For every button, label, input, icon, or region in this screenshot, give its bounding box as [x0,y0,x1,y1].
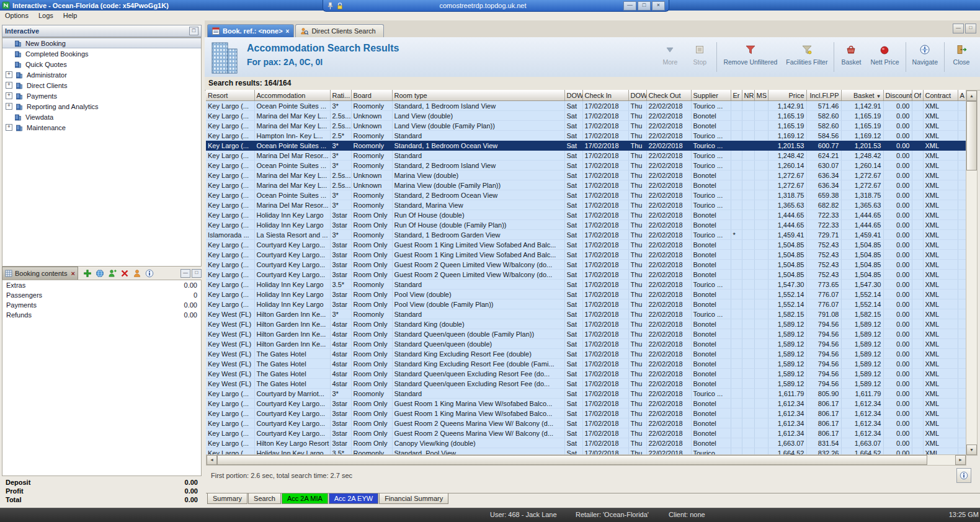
table-row[interactable]: Key Largo (...Holiday Inn Key Largo3star… [206,299,966,309]
expand-plus-icon[interactable]: + [6,92,12,99]
sidebar-item-reporting-and-analytics[interactable]: +Reporting and Analytics [2,101,201,112]
expand-plus-icon[interactable]: + [6,103,12,110]
sidebar-item-quick-quotes[interactable]: Quick Quotes [2,59,201,69]
sidebar-item-maintenance[interactable]: +Maintenance [2,122,201,133]
document-restore-button[interactable]: □ [965,24,976,33]
vertical-scrollbar[interactable]: ▲ ▼ [966,90,978,456]
rdp-restore-button[interactable]: □ [638,1,651,11]
column-header-dow[interactable]: DOW [564,90,582,101]
table-row[interactable]: Key Largo (...Marina Del Mar Resor...3*R… [206,151,966,161]
table-row[interactable]: Key West (FL)The Gates Hotel4starRoom On… [206,359,966,369]
sidebar-item-direct-clients[interactable]: +Direct Clients [2,80,201,91]
column-header-basket[interactable]: Basket▼ [841,90,883,101]
expand-plus-icon[interactable]: + [6,124,12,131]
column-header-contract[interactable]: Contract [923,90,958,101]
tab-direct-clients-search[interactable]: Direct Clients Search [295,24,383,37]
column-header-accommodation[interactable]: Accommodation [254,90,330,101]
booking-contents-minimize-button[interactable]: — [180,269,190,278]
column-header-check-out[interactable]: Check Out [646,90,691,101]
table-row[interactable]: Key Largo (...Marina del Mar Key L...2.5… [206,111,966,121]
table-row[interactable]: Key Largo (...Courtyard Key Largo...3sta… [206,250,966,260]
menu-help[interactable]: Help [58,12,82,19]
table-row[interactable]: Key Largo (...Holiday Inn Key Largo3star… [206,210,966,220]
info-button[interactable] [956,468,971,483]
table-row[interactable]: Key West (FL)Hilton Garden Inn Ke...4sta… [206,339,966,349]
column-header-dow[interactable]: DOW [628,90,646,101]
column-header-a[interactable]: A [958,90,966,101]
table-row[interactable]: Key Largo (...Ocean Pointe Suites ...3*R… [206,190,966,200]
column-header-er[interactable]: Er [731,90,742,101]
sidebar-item-payments[interactable]: +Payments [2,91,201,101]
table-row[interactable]: Key West (FL)Hilton Garden Inn Ke...4sta… [206,329,966,339]
column-header-ms[interactable]: MS [754,90,768,101]
table-row[interactable]: Key Largo (...Courtyard Key Largo...3sta… [206,260,966,270]
bottom-tab-acc-2a-mia[interactable]: Acc 2A MIA [282,493,328,504]
column-header-discount[interactable]: Discount [883,90,912,101]
table-row[interactable]: Key Largo (...Holiday Inn Key Largo3star… [206,220,966,230]
toolbar-nett-price-button[interactable]: Nett Price [866,40,903,74]
table-row[interactable]: Key Largo (...Ocean Pointe Suites ...3*R… [206,141,966,151]
table-row[interactable]: Key Largo (...Courtyard Key Largo...3sta… [206,399,966,409]
table-row[interactable]: Key Largo (...Courtyard Key Largo...3sta… [206,428,966,438]
booking-contents-tab[interactable]: Booking contents × [2,267,78,280]
toolbar-facilities-filter-button[interactable]: Facilities Filter [782,40,832,74]
booking-contents-float-button[interactable]: □ [192,269,202,278]
table-row[interactable]: Key Largo (...Courtyard Key Largo...3sta… [206,240,966,250]
sidebar-item-administrator[interactable]: +Administrator [2,69,201,80]
column-header-resort[interactable]: Resort [206,90,254,101]
delete-button[interactable] [119,268,130,278]
rdp-close-button[interactable]: × [652,1,665,11]
table-row[interactable]: Key Largo (...Holiday Inn Key Largo3star… [206,290,966,299]
bottom-tab-search[interactable]: Search [248,493,281,504]
info-button[interactable] [144,268,155,278]
sidebar-item-new-booking[interactable]: New Booking [2,38,201,48]
table-row[interactable]: Key Largo (...Marina del Mar Key L...2.5… [206,180,966,190]
horizontal-scroll-thumb[interactable] [217,455,927,465]
column-header-rati[interactable]: Rati... [330,90,351,101]
table-row[interactable]: Key West (FL)Hilton Garden Inn Ke...3*Ro… [206,309,966,319]
table-row[interactable]: Islamorada ...La Siesta Resort and ...3*… [206,230,966,240]
toolbar-navigate-button[interactable]: Navigate [908,40,942,74]
table-row[interactable]: Key Largo (...Courtyard Key Largo...3sta… [206,409,966,418]
table-row[interactable]: Key Largo (...Marina del Mar Key L...2.5… [206,121,966,131]
booking-contents-row-payments[interactable]: Payments0.00 [2,300,201,310]
tab-close-icon[interactable]: × [286,28,290,35]
sidebar-collapse-button[interactable]: □ [189,27,198,35]
column-header-nr[interactable]: NR [742,90,754,101]
table-row[interactable]: Key Largo (...Marina del Mar Key L...2.5… [206,170,966,180]
column-header-incl-fl-pp[interactable]: Incl.Fl.PP [806,90,841,101]
table-row[interactable]: Key Largo (...Ocean Pointe Suites ...3*R… [206,161,966,170]
scroll-up-button[interactable]: ▲ [966,91,977,101]
column-header-room-type[interactable]: Room type [392,90,564,101]
passenger-button[interactable] [131,268,143,278]
table-row[interactable]: Key Largo (...Hampton Inn- Key L...2.5*R… [206,131,966,141]
toolbar-remove-unfiltered-button[interactable]: Remove Unfiltered [719,40,782,74]
vertical-scroll-thumb[interactable] [966,101,977,170]
column-header-price[interactable]: Price [768,90,806,101]
sidebar-item-viewdata[interactable]: Viewdata [2,112,201,122]
tab-book-ref-none[interactable]: Book. ref.: <none>× [207,24,294,37]
bottom-tab-summary[interactable]: Summary [207,493,247,504]
toolbar-basket-button[interactable]: Basket [836,40,866,74]
table-row[interactable]: Key Largo (...Holiday Inn Key Largo3.5*R… [206,280,966,290]
scroll-right-button[interactable]: ► [955,455,966,465]
document-minimize-button[interactable]: — [953,24,964,33]
booking-contents-row-passengers[interactable]: Passengers0 [2,290,201,300]
column-header-check-in[interactable]: Check In [582,90,628,101]
add-passenger-button[interactable] [107,268,118,278]
column-header-supplier[interactable]: Supplier [691,90,731,101]
booking-contents-close-icon[interactable]: × [71,270,74,277]
column-header-board[interactable]: Board [351,90,392,101]
scroll-down-button[interactable]: ▼ [966,445,977,455]
menu-logs[interactable]: Logs [33,12,58,19]
table-row[interactable]: Key Largo (...Courtyard by Marriot...3*R… [206,389,966,399]
table-row[interactable]: Key Largo (...Hilton Key Largo Resort3st… [206,438,966,448]
globe-button[interactable] [94,268,105,278]
table-row[interactable]: Key Largo (...Marina Del Mar Resor...3*R… [206,200,966,210]
sidebar-item-completed-bookings[interactable]: Completed Bookings [2,48,201,59]
booking-contents-row-extras[interactable]: Extras0.00 [2,280,201,290]
toolbar-close-button[interactable]: Close [947,40,976,74]
table-row[interactable]: Key Largo (...Holiday Inn Key Largo3.5*R… [206,448,966,455]
table-row[interactable]: Key Largo (...Courtyard Key Largo...3sta… [206,418,966,428]
scroll-left-button[interactable]: ◄ [207,455,217,465]
